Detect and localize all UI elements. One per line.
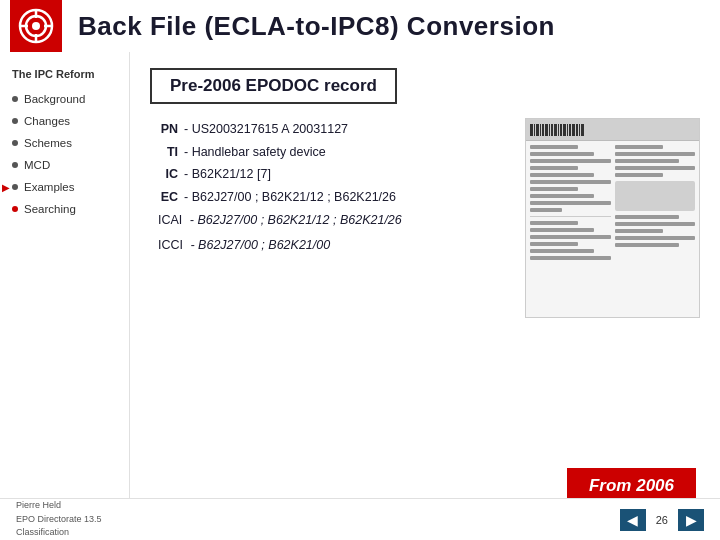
doc-text-line — [530, 208, 562, 212]
barcode-bar — [563, 124, 566, 136]
record-line-ti: TI - Handlebar safety device — [150, 141, 509, 164]
barcode-bar — [545, 124, 548, 136]
field-code-ti: TI — [150, 141, 178, 164]
svg-point-2 — [32, 22, 40, 30]
doc-figure — [615, 181, 696, 211]
record-line-pn: PN - US2003217615 A 20031127 — [150, 118, 509, 141]
icci-line: ICCI - B62J27/00 ; B62K21/00 — [158, 233, 509, 258]
footer: Pierre Held EPO Directorate 13.5 Classif… — [0, 498, 720, 540]
doc-text-line — [530, 159, 611, 163]
sidebar-item-schemes[interactable]: Schemes — [0, 132, 129, 154]
barcode-bar — [551, 124, 553, 136]
doc-text-line — [615, 243, 679, 247]
doc-text-line — [615, 173, 663, 177]
field-value-ti: - Handlebar safety device — [184, 141, 326, 164]
barcode-bar — [554, 124, 557, 136]
doc-text-line — [530, 187, 578, 191]
sidebar-item-label: Background — [24, 93, 85, 105]
bullet-icon — [12, 118, 18, 124]
bullet-icon — [12, 96, 18, 102]
barcode-bar — [540, 124, 541, 136]
barcode-bar — [536, 124, 539, 136]
barcode-bar — [569, 124, 571, 136]
doc-text-line — [530, 166, 578, 170]
next-button[interactable]: ▶ — [678, 509, 704, 531]
sidebar-item-label: Schemes — [24, 137, 72, 149]
content-body: PN - US2003217615 A 20031127 TI - Handle… — [150, 118, 700, 318]
footer-author-line1: Pierre Held — [16, 499, 102, 513]
doc-text-line — [530, 173, 594, 177]
sidebar-item-changes[interactable]: Changes — [0, 110, 129, 132]
barcode-bar — [542, 124, 544, 136]
doc-text-line — [530, 256, 611, 260]
sidebar-item-examples[interactable]: Examples — [0, 176, 129, 198]
bullet-icon — [12, 140, 18, 146]
doc-text-line — [530, 145, 578, 149]
barcode-bar — [579, 124, 580, 136]
sidebar-item-background[interactable]: Background — [0, 88, 129, 110]
logo — [10, 0, 62, 52]
bullet-icon — [12, 206, 18, 212]
doc-text-line — [530, 152, 594, 156]
barcode-bar — [572, 124, 575, 136]
doc-col-right — [615, 145, 696, 263]
footer-navigation: ◀ 26 ▶ — [620, 509, 704, 531]
record-line-ic: IC - B62K21/12 [7] — [150, 163, 509, 186]
footer-author-line2: EPO Directorate 13.5 — [16, 513, 102, 527]
doc-text-line — [615, 152, 696, 156]
sidebar-item-label: MCD — [24, 159, 50, 171]
doc-col-left — [530, 145, 611, 263]
doc-divider — [530, 216, 611, 217]
sidebar-item-label: Changes — [24, 115, 70, 127]
doc-text-line — [530, 221, 578, 225]
bullet-icon — [12, 184, 18, 190]
doc-text-line — [615, 145, 663, 149]
field-code-ic: IC — [150, 163, 178, 186]
sidebar-item-mcd[interactable]: MCD — [0, 154, 129, 176]
icci-value: - B62J27/00 ; B62K21/00 — [190, 238, 330, 252]
doc-text-line — [530, 180, 611, 184]
doc-header — [526, 119, 699, 141]
bullet-icon — [12, 162, 18, 168]
field-code-ec: EC — [150, 186, 178, 209]
icai-label: ICAI — [158, 213, 182, 227]
field-value-ec: - B62J27/00 ; B62K21/12 ; B62K21/26 — [184, 186, 396, 209]
footer-author-line3: Classification — [16, 526, 102, 540]
sidebar-item-label: Searching — [24, 203, 76, 215]
page-number: 26 — [656, 514, 668, 526]
doc-body — [526, 141, 699, 317]
record-line-ec: EC - B62J27/00 ; B62K21/12 ; B62K21/26 — [150, 186, 509, 209]
doc-text-line — [530, 194, 594, 198]
barcode-bar — [560, 124, 562, 136]
barcode-bar — [567, 124, 568, 136]
sidebar: The IPC Reform Background Changes Scheme… — [0, 52, 130, 540]
field-code-pn: PN — [150, 118, 178, 141]
doc-text-line — [530, 201, 611, 205]
content-area: Pre-2006 EPODOC record PN - US2003217615… — [130, 52, 720, 540]
doc-text-line — [615, 166, 696, 170]
doc-text-line — [530, 249, 594, 253]
barcode — [530, 123, 695, 137]
barcode-bar — [530, 124, 533, 136]
barcode-bar — [576, 124, 578, 136]
field-value-pn: - US2003217615 A 20031127 — [184, 118, 348, 141]
document-image — [525, 118, 700, 318]
doc-columns — [530, 145, 695, 263]
barcode-bar — [581, 124, 584, 136]
icai-value: - B62J27/00 ; B62K21/12 ; B62K21/26 — [190, 213, 402, 227]
header: Back File (ECLA-to-IPC8) Conversion — [0, 0, 720, 52]
record-title: Pre-2006 EPODOC record — [170, 76, 377, 95]
sidebar-item-searching[interactable]: Searching — [0, 198, 129, 220]
doc-text-line — [615, 229, 663, 233]
doc-text-line — [530, 228, 594, 232]
field-value-ic: - B62K21/12 [7] — [184, 163, 271, 186]
doc-text-line — [615, 159, 679, 163]
doc-text-line — [530, 242, 578, 246]
record-title-box: Pre-2006 EPODOC record — [150, 68, 397, 104]
prev-button[interactable]: ◀ — [620, 509, 646, 531]
doc-text-line — [615, 215, 679, 219]
barcode-bar — [534, 124, 535, 136]
sidebar-item-label: Examples — [24, 181, 75, 193]
record-details: PN - US2003217615 A 20031127 TI - Handle… — [150, 118, 509, 258]
footer-author: Pierre Held EPO Directorate 13.5 Classif… — [16, 499, 102, 540]
